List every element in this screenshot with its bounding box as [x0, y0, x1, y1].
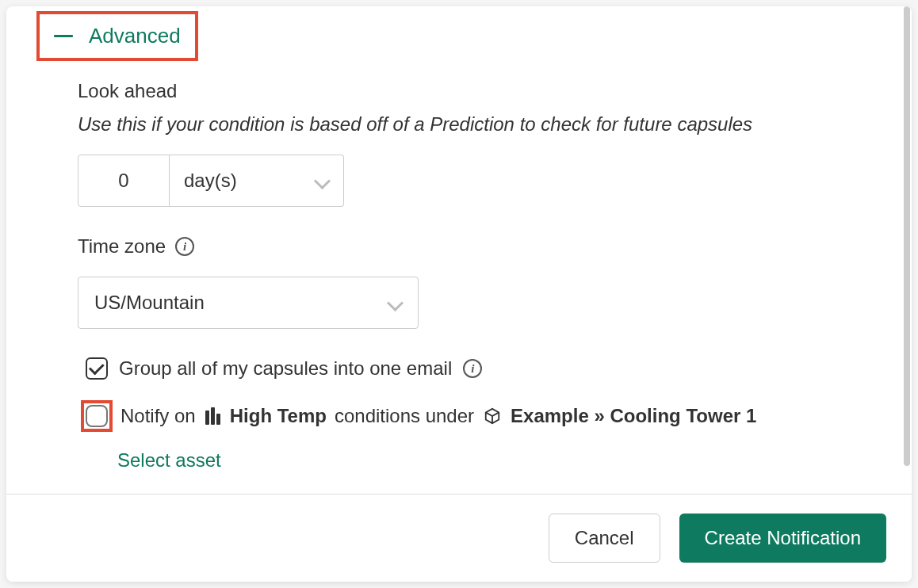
advanced-section-toggle[interactable]: Advanced	[36, 11, 198, 61]
notify-condition: High Temp	[230, 405, 327, 427]
timezone-value: US/Mountain	[94, 292, 205, 314]
signal-icon	[205, 407, 220, 425]
notify-checkbox-highlight	[81, 400, 113, 432]
collapse-icon	[54, 35, 73, 37]
info-icon[interactable]: i	[463, 359, 482, 378]
info-icon[interactable]: i	[175, 237, 194, 256]
notify-prefix: Notify on	[120, 405, 196, 427]
modal-footer: Cancel Create Notification	[6, 494, 912, 582]
look-ahead-unit-value: day(s)	[184, 170, 237, 192]
notify-mid: conditions under	[335, 405, 474, 427]
look-ahead-label: Look ahead	[78, 80, 880, 102]
chevron-down-icon	[388, 296, 402, 310]
modal-content: Advanced Look ahead Use this if your con…	[6, 6, 912, 472]
select-asset-link[interactable]: Select asset	[78, 449, 880, 472]
notify-row: Notify on High Temp conditions under Exa…	[78, 400, 880, 432]
notify-checkbox[interactable]	[86, 405, 108, 427]
cube-icon	[484, 407, 501, 425]
look-ahead-unit-select[interactable]: day(s)	[170, 155, 344, 207]
look-ahead-hint: Use this if your condition is based off …	[78, 113, 880, 136]
notify-asset: Example » Cooling Tower 1	[511, 405, 756, 427]
timezone-label: Time zone	[78, 235, 166, 258]
look-ahead-value-input[interactable]	[78, 155, 170, 207]
timezone-label-row: Time zone i	[78, 235, 880, 258]
group-capsules-checkbox[interactable]	[86, 357, 108, 380]
timezone-select[interactable]: US/Mountain	[78, 277, 419, 329]
advanced-label: Advanced	[89, 24, 181, 48]
scrollbar[interactable]	[904, 6, 910, 466]
cancel-button[interactable]: Cancel	[549, 514, 660, 563]
notification-settings-modal: Advanced Look ahead Use this if your con…	[6, 6, 912, 582]
advanced-section-body: Look ahead Use this if your condition is…	[6, 80, 912, 472]
chevron-down-icon	[315, 174, 329, 188]
group-capsules-label: Group all of my capsules into one email	[119, 357, 452, 380]
group-capsules-row: Group all of my capsules into one email …	[78, 357, 880, 380]
create-notification-button[interactable]: Create Notification	[679, 514, 886, 563]
look-ahead-inputs: day(s)	[78, 155, 880, 207]
